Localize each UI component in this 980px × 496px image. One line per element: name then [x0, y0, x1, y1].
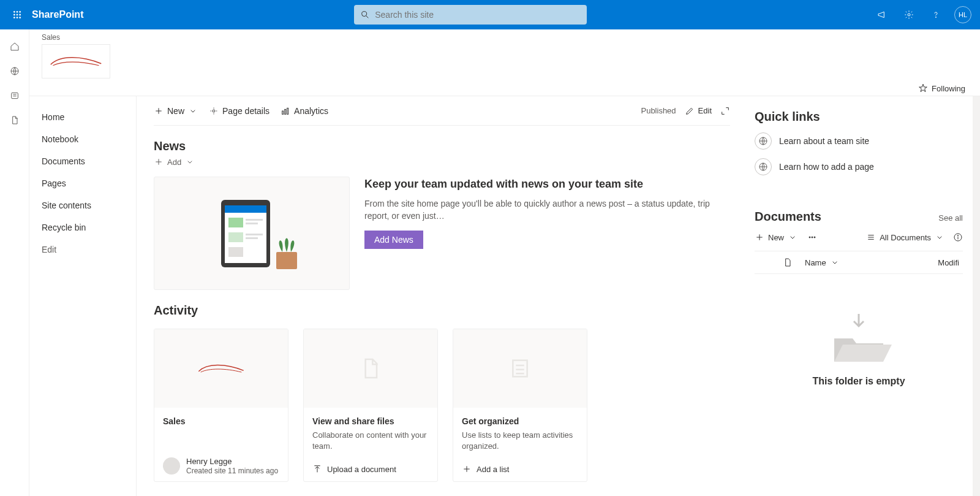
settings-button[interactable]: [897, 0, 921, 29]
nav-notebook[interactable]: Notebook: [42, 128, 136, 150]
documents-more-button[interactable]: [807, 232, 817, 242]
rail-news-button[interactable]: [9, 90, 21, 102]
rail-globe-button[interactable]: [9, 65, 21, 77]
svg-rect-32: [246, 234, 263, 235]
page-details-label: Page details: [222, 106, 270, 116]
page-details-button[interactable]: Page details: [209, 106, 270, 116]
chevron-down-icon: [188, 106, 198, 116]
scrollbar[interactable]: [973, 96, 980, 496]
edit-label: Edit: [698, 106, 712, 115]
quicklinks-title: Quick links: [755, 110, 963, 124]
top-bar: SharePoint HL: [0, 0, 980, 29]
avatar: HL: [954, 6, 971, 23]
documents-info-button[interactable]: [953, 232, 963, 242]
quicklink-learn-team-site[interactable]: Learn about a team site: [755, 132, 963, 150]
quicklink-learn-add-page[interactable]: Learn how to add a page: [755, 158, 963, 175]
globe-icon: [755, 132, 772, 150]
nav-site-contents[interactable]: Site contents: [42, 194, 136, 216]
news-icon: [10, 91, 20, 101]
globe-icon: [755, 158, 772, 175]
person-avatar: [163, 457, 180, 475]
svg-rect-21: [285, 109, 286, 114]
nav-documents[interactable]: Documents: [42, 150, 136, 172]
add-list-action[interactable]: Add a list: [462, 464, 509, 474]
site-logo[interactable]: [42, 44, 110, 78]
nav-recycle-bin[interactable]: Recycle bin: [42, 216, 136, 238]
tablet-plant-icon: [190, 191, 313, 277]
product-name[interactable]: SharePoint: [32, 9, 83, 20]
card-action-label: Add a list: [477, 465, 509, 474]
plus-icon: [154, 157, 164, 167]
car-logo-icon: [48, 54, 104, 69]
documents-view-selector[interactable]: All Documents: [866, 232, 944, 242]
activity-card-files[interactable]: View and share files Collaborate on cont…: [303, 329, 438, 482]
rail-files-button[interactable]: [9, 114, 21, 126]
documents-view-label: All Documents: [880, 233, 931, 242]
analytics-button[interactable]: Analytics: [281, 106, 328, 116]
account-button[interactable]: HL: [951, 0, 975, 29]
star-icon: [918, 83, 928, 93]
waffle-icon: [12, 10, 22, 20]
edit-page-button[interactable]: Edit: [685, 106, 712, 116]
new-button[interactable]: New: [154, 106, 198, 116]
svg-rect-20: [282, 111, 284, 114]
svg-point-1: [17, 11, 18, 12]
modified-column-header[interactable]: Modifi: [938, 258, 959, 267]
chevron-down-icon: [935, 232, 944, 242]
svg-point-48: [809, 237, 810, 238]
rail-home-button[interactable]: [9, 40, 21, 53]
nav-edit[interactable]: Edit: [42, 238, 136, 261]
activity-card-sales[interactable]: Sales Henry Legge Created site 11 minute…: [154, 329, 288, 482]
car-logo-icon: [197, 361, 246, 376]
home-icon: [10, 42, 20, 52]
following-button[interactable]: Following: [918, 83, 965, 93]
news-illustration: [154, 177, 350, 290]
news-body: From the site home page you'll be able t…: [364, 198, 730, 222]
news-add-button[interactable]: Add: [154, 157, 730, 167]
svg-line-10: [366, 16, 368, 18]
main: New Page details Analytics Published: [137, 96, 980, 496]
svg-rect-35: [276, 252, 297, 269]
quicklink-label: Learn how to add a page: [779, 162, 874, 172]
empty-folder-text: This folder is empty: [755, 376, 963, 387]
plus-icon: [154, 106, 164, 116]
expand-button[interactable]: [720, 106, 730, 116]
plus-icon: [462, 464, 472, 474]
svg-point-0: [13, 11, 15, 12]
svg-point-6: [13, 17, 15, 18]
name-column-header[interactable]: Name: [805, 258, 840, 267]
file-icon: [10, 115, 20, 125]
file-icon: [358, 356, 383, 381]
search-box[interactable]: [354, 5, 587, 25]
svg-point-2: [20, 11, 21, 12]
megaphone-icon: [877, 10, 887, 20]
news-add-label: Add: [167, 158, 181, 167]
svg-rect-34: [228, 247, 243, 257]
card-action-label: Upload a document: [327, 465, 396, 474]
card-title: View and share files: [312, 416, 429, 426]
empty-folder-icon: [822, 311, 895, 366]
activity-title: Activity: [154, 303, 730, 318]
svg-rect-33: [246, 237, 258, 239]
help-button[interactable]: [924, 0, 948, 29]
info-icon: [953, 232, 963, 242]
documents-new-button[interactable]: New: [755, 232, 797, 242]
add-news-button[interactable]: Add News: [364, 231, 423, 249]
megaphone-button[interactable]: [870, 0, 894, 29]
card-thumb: [304, 329, 437, 408]
search-input[interactable]: [375, 10, 581, 20]
svg-rect-22: [287, 108, 288, 114]
plus-icon: [755, 232, 764, 242]
activity-card-lists[interactable]: Get organized Use lists to keep team act…: [453, 329, 587, 482]
card-thumb: [154, 329, 288, 408]
nav-home[interactable]: Home: [42, 106, 136, 128]
upload-document-action[interactable]: Upload a document: [312, 464, 396, 474]
svg-rect-28: [228, 218, 243, 227]
search-icon: [360, 10, 370, 20]
nav-pages[interactable]: Pages: [42, 172, 136, 194]
breadcrumb[interactable]: Sales: [42, 33, 968, 42]
svg-point-3: [13, 14, 15, 15]
see-all-link[interactable]: See all: [938, 213, 963, 223]
upload-icon: [312, 464, 322, 474]
app-launcher-button[interactable]: [5, 0, 29, 29]
